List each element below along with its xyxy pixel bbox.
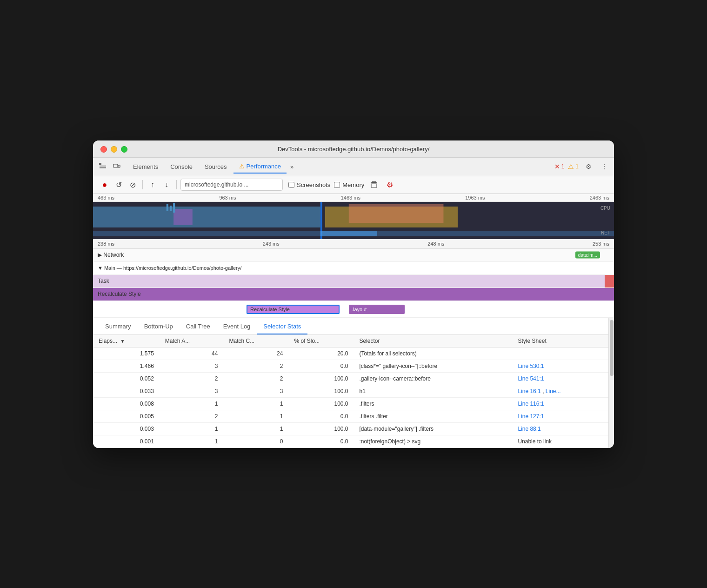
flame-chart-row[interactable]: Recalculate Style .layout — [93, 301, 614, 318]
col-match-attempts[interactable]: Match A... — [160, 335, 224, 347]
network-track[interactable]: ▶ Network data:im... — [93, 249, 614, 262]
tab-bar: Elements Console Sources ⚠ Performance »… — [93, 158, 614, 176]
warn-badge: ⚠ 1 — [568, 163, 579, 170]
performance-warning-icon: ⚠ — [239, 163, 245, 170]
cell-elapsed-5: 0.005 — [93, 410, 160, 422]
cell-match-attempts-3: 3 — [160, 385, 224, 397]
cell-pct-slow-6: 100.0 — [288, 422, 354, 435]
tab-more[interactable]: » — [287, 161, 296, 172]
cell-match-count-7: 0 — [223, 435, 288, 448]
stylesheet-link-2[interactable]: Line 541:1 — [518, 375, 544, 382]
devtools-inspect-icon[interactable] — [97, 160, 109, 173]
cell-match-attempts-2: 2 — [160, 372, 224, 385]
cell-stylesheet-6: Line 88:1 — [512, 422, 608, 435]
clear-button[interactable]: ⊘ — [127, 179, 139, 191]
upload-button[interactable]: ↑ — [147, 179, 159, 191]
table-row: 0.033 3 3 100.0 h1 Line 16:1 , Line... — [93, 385, 608, 397]
stylesheet-link-5[interactable]: Line 127:1 — [518, 413, 544, 420]
stylesheet-link-4[interactable]: Line 116:1 — [518, 401, 544, 407]
record-button[interactable]: ● — [99, 179, 111, 191]
table-row: 0.008 1 1 100.0 .filters Line 116:1 — [93, 397, 608, 410]
main-track[interactable]: ▼ Main — https://microsoftedge.github.io… — [93, 262, 614, 275]
cell-selector-3: h1 — [354, 385, 513, 397]
svg-rect-6 — [372, 181, 376, 182]
data-chip: data:im... — [575, 252, 600, 259]
svg-rect-13 — [167, 204, 168, 211]
task-track-label: Task — [93, 278, 149, 284]
net-label: NET — [601, 230, 610, 235]
separator-1 — [142, 180, 143, 189]
cell-stylesheet-5: Line 127:1 — [512, 410, 608, 422]
detail-time-1: 238 ms — [98, 241, 114, 247]
separator-2 — [176, 180, 177, 189]
clear-storage-icon[interactable] — [368, 179, 380, 191]
url-field[interactable] — [180, 179, 283, 191]
ruler-time-3: 1463 ms — [341, 195, 360, 200]
tab-bottom-up[interactable]: Bottom-Up — [138, 319, 180, 334]
content-area: Summary Bottom-Up Call Tree Event Log Se… — [93, 318, 608, 448]
cell-stylesheet-2: Line 541:1 — [512, 372, 608, 385]
cell-match-count-3: 3 — [223, 385, 288, 397]
download-button[interactable]: ↓ — [160, 179, 173, 191]
panel-tabs: Summary Bottom-Up Call Tree Event Log Se… — [93, 318, 608, 335]
memory-checkbox-label[interactable]: Memory — [334, 181, 364, 188]
recalc-track[interactable]: Recalculate Style — [93, 288, 614, 301]
cell-match-attempts-5: 2 — [160, 410, 224, 422]
col-selector[interactable]: Selector — [354, 335, 513, 347]
cell-match-attempts-7: 1 — [160, 435, 224, 448]
memory-checkbox[interactable] — [334, 182, 340, 188]
minimize-button[interactable] — [111, 146, 117, 153]
main-content: Summary Bottom-Up Call Tree Event Log Se… — [93, 318, 614, 448]
cell-match-attempts-0: 44 — [160, 347, 224, 360]
tab-elements[interactable]: Elements — [127, 160, 164, 173]
stylesheet-link-3b[interactable]: Line... — [546, 388, 561, 394]
sort-icon: ▼ — [120, 339, 125, 344]
svg-rect-5 — [371, 182, 377, 183]
tab-bar-right: ✕ 1 ⚠ 1 ⚙ ⋮ — [554, 160, 610, 173]
cell-selector-7: :not(foreignObject) > svg — [354, 435, 513, 448]
screenshots-checkbox-label[interactable]: Screenshots — [288, 181, 330, 188]
tab-event-log[interactable]: Event Log — [217, 319, 257, 334]
network-track-content: data:im... — [153, 249, 614, 261]
reload-button[interactable]: ↺ — [113, 179, 125, 191]
cell-stylesheet-4: Line 116:1 — [512, 397, 608, 410]
stylesheet-link-1[interactable]: Line 530:1 — [518, 363, 544, 369]
cell-selector-4: .filters — [354, 397, 513, 410]
col-elapsed[interactable]: Elaps... ▼ — [93, 335, 160, 347]
tab-summary[interactable]: Summary — [99, 319, 138, 334]
stylesheet-comma-3: , — [542, 388, 546, 394]
overview-ruler: 463 ms 963 ms 1463 ms 1963 ms 2463 ms — [93, 194, 614, 202]
devtools-window: DevTools - microsoftedge.github.io/Demos… — [93, 140, 614, 448]
close-button[interactable] — [100, 146, 107, 153]
traffic-lights — [100, 146, 127, 153]
col-match-count[interactable]: Match C... — [223, 335, 288, 347]
flame-layout[interactable]: .layout — [349, 305, 405, 314]
timeline-overview[interactable]: CPU NET — [93, 202, 614, 239]
tab-selector-stats[interactable]: Selector Stats — [257, 319, 307, 334]
cell-elapsed-2: 0.052 — [93, 372, 160, 385]
screenshots-checkbox[interactable] — [288, 182, 294, 188]
svg-rect-9 — [173, 209, 193, 225]
col-pct-slow[interactable]: % of Slo... — [288, 335, 354, 347]
table-row: 0.005 2 1 0.0 .filters .filter Line 127:… — [93, 410, 608, 422]
ruler-time-1: 463 ms — [98, 195, 114, 200]
maximize-button[interactable] — [121, 146, 127, 153]
more-options-icon[interactable]: ⋮ — [598, 160, 610, 173]
settings-icon[interactable]: ⚙ — [582, 160, 594, 173]
tab-call-tree[interactable]: Call Tree — [180, 319, 217, 334]
stylesheet-link-6[interactable]: Line 88:1 — [518, 426, 540, 432]
task-track[interactable]: Task — [93, 275, 614, 288]
tab-console[interactable]: Console — [165, 160, 198, 173]
tab-bar-icons — [97, 160, 123, 173]
error-badge: ✕ 1 — [554, 163, 565, 170]
flame-recalc-style[interactable]: Recalculate Style — [247, 305, 340, 314]
detail-ruler: 238 ms 243 ms 248 ms 253 ms — [93, 239, 614, 249]
tab-sources[interactable]: Sources — [199, 160, 233, 173]
scrollbar[interactable] — [608, 318, 614, 448]
col-stylesheet[interactable]: Style Sheet — [512, 335, 608, 347]
tab-performance[interactable]: ⚠ Performance — [233, 160, 287, 174]
settings-cog-button[interactable]: ⚙ — [384, 179, 396, 191]
device-toolbar-icon[interactable] — [111, 160, 123, 173]
cell-pct-slow-3: 100.0 — [288, 385, 354, 397]
stylesheet-link-3a[interactable]: Line 16:1 — [518, 388, 540, 394]
